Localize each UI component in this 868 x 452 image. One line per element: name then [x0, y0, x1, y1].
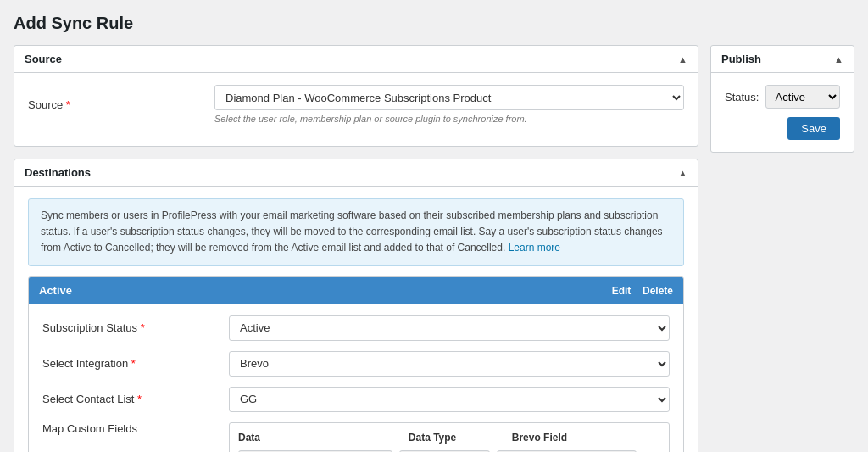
status-label: Status: — [725, 91, 759, 103]
select-integration-row: Select Integration * Brevo — [42, 351, 670, 377]
status-select[interactable]: Active Inactive — [765, 85, 840, 109]
publish-card-header: Publish ▲ — [711, 46, 854, 73]
select-contact-list-label: Select Contact List * — [42, 393, 229, 405]
destinations-info-box: Sync members or users in ProfilePress wi… — [28, 198, 684, 266]
destinations-card-chevron-icon: ▲ — [678, 168, 687, 178]
destination-block: Active Edit Delete Subscription Status * — [28, 276, 684, 452]
side-column: Publish ▲ Status: Active Inactive Save — [710, 45, 854, 153]
publish-status-row: Status: Active Inactive — [725, 85, 840, 109]
cf-header-type: Data Type — [409, 432, 505, 444]
source-card-title: Source — [25, 53, 62, 65]
custom-fields-table: Data Data Type Brevo Field First N — [229, 422, 670, 452]
destinations-card-title: Destinations — [25, 166, 91, 179]
destinations-card: Destinations ▲ Sync members or users in … — [14, 159, 698, 452]
destination-block-header: Active Edit Delete — [29, 277, 683, 304]
select-integration-wrap: Brevo — [229, 351, 670, 377]
subscription-status-row: Subscription Status * Active — [42, 315, 670, 341]
source-card-header: Source ▲ — [14, 46, 698, 73]
publish-card-body: Status: Active Inactive Save — [711, 73, 854, 152]
publish-card-chevron-icon: ▲ — [834, 54, 843, 64]
subscription-status-select[interactable]: Active — [229, 315, 670, 341]
source-hint: Select the user role, membership plan or… — [214, 114, 684, 124]
destinations-card-body: Sync members or users in ProfilePress wi… — [14, 187, 698, 452]
save-button-row: Save — [725, 117, 840, 140]
destination-delete-link[interactable]: Delete — [643, 285, 673, 297]
destinations-card-header: Destinations ▲ — [14, 159, 698, 187]
select-contact-list-wrap: GG — [229, 387, 670, 412]
source-card: Source ▲ Source * Diamond Plan - WooComm… — [14, 45, 698, 147]
source-control-wrap: Diamond Plan - WooCommerce Subscriptions… — [214, 85, 684, 124]
destination-edit-link[interactable]: Edit — [612, 285, 632, 297]
page-title: Add Sync Rule — [14, 14, 854, 33]
integration-select[interactable]: Brevo — [229, 351, 670, 377]
source-label: Source * — [28, 98, 214, 111]
subscription-status-wrap: Active — [229, 315, 670, 341]
cf-header-field: Brevo Field — [512, 432, 660, 444]
subscription-status-label: Subscription Status * — [42, 321, 229, 334]
destination-block-actions: Edit Delete — [604, 284, 673, 297]
cf-header-data: Data — [238, 432, 402, 444]
layout: Source ▲ Source * Diamond Plan - WooComm… — [14, 45, 854, 452]
source-select[interactable]: Diamond Plan - WooCommerce Subscriptions… — [214, 85, 684, 110]
source-form-row: Source * Diamond Plan - WooCommerce Subs… — [28, 85, 684, 124]
select-integration-label: Select Integration * — [42, 357, 229, 370]
map-custom-fields-label: Map Custom Fields — [42, 422, 229, 435]
contact-list-select[interactable]: GG — [229, 387, 670, 412]
publish-card-title: Publish — [721, 53, 761, 65]
select-contact-list-row: Select Contact List * GG — [42, 387, 670, 412]
custom-fields-wrap: Data Data Type Brevo Field First N — [229, 422, 670, 452]
source-card-chevron-icon: ▲ — [678, 54, 687, 64]
source-card-body: Source * Diamond Plan - WooCommerce Subs… — [14, 73, 698, 146]
publish-card: Publish ▲ Status: Active Inactive Save — [710, 45, 854, 153]
save-button[interactable]: Save — [787, 117, 840, 140]
destination-block-title: Active — [39, 284, 72, 297]
destination-block-body: Subscription Status * Active — [29, 304, 683, 452]
cf-header-row: Data Data Type Brevo Field — [238, 432, 660, 444]
learn-more-link[interactable]: Learn more — [509, 242, 560, 254]
map-custom-fields-row: Map Custom Fields Data Data Type Brevo F… — [42, 422, 670, 452]
main-column: Source ▲ Source * Diamond Plan - WooComm… — [14, 45, 698, 452]
